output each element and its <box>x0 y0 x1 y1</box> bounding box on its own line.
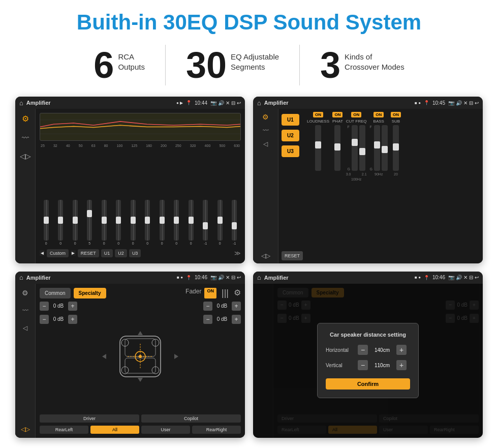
eq-custom-button[interactable]: Custom <box>47 249 69 257</box>
preset-filter-icon[interactable]: ⚙ <box>262 113 269 121</box>
vol-row-2: − 0 dB + <box>40 315 77 324</box>
vol-plus-1[interactable]: + <box>68 302 77 311</box>
vol-row-1: − 0 dB + <box>40 302 77 311</box>
amplifier-title-br: Amplifier <box>264 275 412 281</box>
vol-minus-2[interactable]: − <box>40 315 49 324</box>
vol-val-2: 0 dB <box>51 316 66 322</box>
horizontal-minus-button[interactable]: − <box>358 345 368 355</box>
eq-slider-7: 0 <box>131 200 136 245</box>
eq-slider-14: -1 <box>232 200 237 245</box>
cutfreq-slider-f[interactable] <box>352 125 358 171</box>
preset-expand-icon[interactable]: ◁▷ <box>261 252 270 259</box>
eq-wave-icon[interactable]: 〰 <box>22 134 29 142</box>
sub-label: SUB <box>392 119 400 124</box>
preset-wave-icon[interactable]: 〰 <box>263 127 269 134</box>
u1-button[interactable]: U1 <box>282 114 299 126</box>
home-icon-bl[interactable]: ⌂ <box>19 274 23 281</box>
eq-reset-button[interactable]: RESET <box>78 249 99 257</box>
eq-slider-10: 0 <box>174 200 179 245</box>
time-tr: 10:45 <box>432 100 445 106</box>
vertical-plus-button[interactable]: + <box>396 360 407 370</box>
eq-graph <box>40 113 241 141</box>
tab-common[interactable]: Common <box>40 288 71 298</box>
loudness-on-badge: ON <box>313 112 323 117</box>
bass-labels: FG <box>370 125 372 171</box>
stat-number-rca: 6 <box>94 47 114 83</box>
driver-button[interactable]: Driver <box>40 414 139 423</box>
preset-screen-content: ⚙ 〰 ◁ ◁▷ U1 U2 U3 RESET ON <box>253 109 483 263</box>
vertical-minus-button[interactable]: − <box>358 360 368 370</box>
expand-icon: ≫ <box>234 250 241 257</box>
eq-u2-button[interactable]: U2 <box>115 249 127 257</box>
time-bl: 10:46 <box>195 275 207 280</box>
fader-filter-icon[interactable]: ⚙ <box>22 289 28 297</box>
eq-prev-button[interactable]: ◄ <box>40 250 45 256</box>
cutfreq-on-badge: ON <box>351 112 361 117</box>
eq-u3-button[interactable]: U3 <box>129 249 141 257</box>
svg-marker-16 <box>174 354 178 359</box>
dialog-title: Car speaker distance setting <box>326 332 410 338</box>
fader-expand-icon[interactable]: ◁▷ <box>21 426 30 433</box>
user-button[interactable]: User <box>141 426 190 434</box>
preset-vol-icon[interactable]: ◁ <box>263 140 268 147</box>
bass-slider-f[interactable] <box>374 125 380 171</box>
eq-slider-9: 0 <box>160 200 165 245</box>
horizontal-plus-button[interactable]: + <box>396 345 407 355</box>
fader-slider-mini[interactable]: ||| <box>222 288 229 298</box>
fader-wave-icon[interactable]: 〰 <box>22 307 28 314</box>
home-icon-br[interactable]: ⌂ <box>257 274 261 281</box>
confirm-button[interactable]: Confirm <box>326 378 410 390</box>
status-dots-bl: ■ ● <box>177 275 183 280</box>
eq-slider-1: 0 <box>44 200 49 245</box>
stat-rca: 6 RCAOutputs <box>73 47 165 83</box>
u3-button[interactable]: U3 <box>282 145 299 157</box>
eq-slider-8: 0 <box>145 200 150 245</box>
status-dots-tr: ■ ● <box>415 101 421 105</box>
screen-dialog: ⌂ Amplifier ■ ● 📍 10:46 📷 🔊 ✕ ⊟ ↩ <box>253 272 483 438</box>
amplifier-title-bl: Amplifier <box>26 275 174 281</box>
vol-plus-3[interactable]: + <box>232 302 241 311</box>
tab-specialty[interactable]: Specialty <box>74 288 106 298</box>
vol-minus-3[interactable]: − <box>203 302 212 311</box>
svg-marker-15 <box>138 378 143 382</box>
vol-minus-4[interactable]: − <box>203 315 212 324</box>
eq-volume-icon[interactable]: ◁▷ <box>20 152 31 160</box>
sub-slider[interactable] <box>393 125 399 171</box>
rearright-button[interactable]: RearRight <box>192 426 241 434</box>
phat-slider[interactable] <box>334 125 340 171</box>
stat-number-crossover: 3 <box>320 47 340 83</box>
home-icon-tl[interactable]: ⌂ <box>19 99 23 107</box>
reset-button-tr[interactable]: RESET <box>282 251 303 260</box>
u2-button[interactable]: U2 <box>282 130 299 141</box>
eq-next-button[interactable]: ► <box>71 250 76 256</box>
cutfreq-slider-g[interactable] <box>359 125 365 171</box>
phat-label: PHAT <box>332 119 343 124</box>
camera-icon-br: 📷 <box>448 275 454 280</box>
vol-plus-2[interactable]: + <box>68 315 77 324</box>
vertical-label: Vertical <box>326 363 354 368</box>
window-icon-tr: ⊟ <box>469 100 473 106</box>
all-button[interactable]: All <box>90 426 139 434</box>
bottom-btns-bl-2: RearLeft All User RearRight <box>40 426 241 434</box>
home-icon-tr[interactable]: ⌂ <box>257 99 261 107</box>
loudness-slider[interactable] <box>315 125 321 171</box>
preset-u-column: U1 U2 U3 RESET <box>282 112 303 260</box>
vol-controls-left: − 0 dB + − 0 dB + <box>40 302 77 412</box>
amplifier-title-tl: Amplifier <box>26 100 173 106</box>
rearleft-button[interactable]: RearLeft <box>40 426 88 434</box>
eq-filter-icon[interactable]: ⚙ <box>22 114 29 124</box>
settings-icon-bl[interactable]: ⚙ <box>234 288 241 298</box>
phat-on-badge: ON <box>332 112 343 117</box>
eq-u1-button[interactable]: U1 <box>101 249 113 257</box>
status-bar-tr: ⌂ Amplifier ■ ● 📍 10:45 📷 🔊 ✕ ⊟ ↩ <box>253 97 483 109</box>
fader-vol-icon[interactable]: ◁ <box>23 324 27 332</box>
window-icon-bl: ⊟ <box>231 275 235 280</box>
vol-minus-1[interactable]: − <box>40 302 49 311</box>
loudness-label: LOUDNESS <box>307 119 329 124</box>
status-bar-br: ⌂ Amplifier ■ ● 📍 10:46 📷 🔊 ✕ ⊟ ↩ <box>253 272 483 284</box>
copilot-button[interactable]: Copilot <box>141 414 241 423</box>
bass-slider-g[interactable] <box>382 125 388 171</box>
vol-plus-4[interactable]: + <box>232 315 241 324</box>
location-icon-tl: 📍 <box>186 100 192 105</box>
dialog-overlay: Car speaker distance setting Horizontal … <box>253 284 483 438</box>
